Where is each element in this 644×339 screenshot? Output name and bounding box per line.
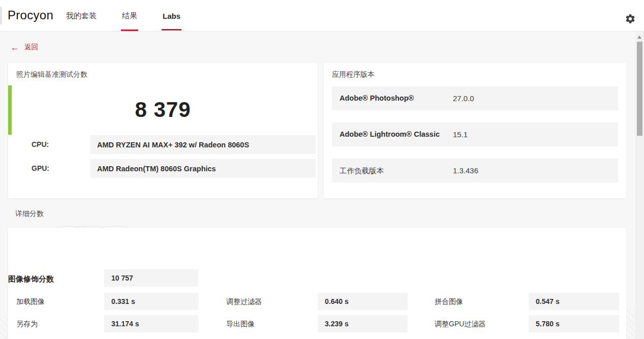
back-label: 返回 <box>24 43 38 52</box>
workload-version: 1.3.436 <box>453 166 478 175</box>
versions-card-title: 应用程序版本 <box>332 70 375 79</box>
scrollbar-up-icon[interactable] <box>637 36 641 39</box>
back-arrow-icon: ← <box>10 43 19 52</box>
metric-value: 0.331 s <box>104 293 198 310</box>
scrollbar-thumb[interactable] <box>637 42 642 136</box>
cpu-value: AMD RYZEN AI MAX+ 392 w/ Radeon 8060S <box>90 135 316 154</box>
workload-label: 工作负载版本 <box>340 166 384 176</box>
metric-value: 31.174 s <box>104 315 198 332</box>
benchmark-score: 8 379 <box>8 98 318 122</box>
detailed-scores-card: 图像修饰分数 10 757 加载图像 0.331 s 调整过滤器 0.640 s… <box>8 228 626 339</box>
metric-value: 0.640 s <box>318 293 408 310</box>
tab-results[interactable]: 结果 <box>121 1 138 31</box>
app-header: Procyon 我的套装 结果 Labs <box>0 0 644 32</box>
retouch-score-value: 10 757 <box>104 269 198 287</box>
details-section-title: 详细分数 <box>15 209 44 219</box>
gpu-label: GPU: <box>32 164 49 172</box>
benchmark-score-card: 照片编辑基准测试分数 8 379 CPU: AMD RYZEN AI MAX+ … <box>8 63 318 198</box>
metric-label: 另存为 <box>16 320 38 329</box>
metric-label: 导出图像 <box>226 320 255 329</box>
photoshop-label: Adobe® Photoshop® <box>340 94 414 102</box>
photoshop-version: 27.0.0 <box>453 94 474 103</box>
metric-label: 调整过滤器 <box>226 297 262 306</box>
main-nav: 我的套装 结果 Labs <box>65 0 181 32</box>
score-card-title: 照片编辑基准测试分数 <box>16 70 87 79</box>
metric-value: 3.239 s <box>318 315 408 332</box>
metric-value: 5.780 s <box>529 315 619 332</box>
back-button[interactable]: ← 返回 <box>10 43 38 52</box>
retouch-score-label: 图像修饰分数 <box>8 274 54 284</box>
results-page: ← 返回 照片编辑基准测试分数 8 379 CPU: AMD RYZEN AI … <box>0 32 635 339</box>
metric-value: 0.547 s <box>529 293 619 310</box>
metric-label: 拼合图像 <box>435 297 463 306</box>
cpu-label: CPU: <box>32 140 49 148</box>
version-row-photoshop: Adobe® Photoshop® 27.0.0 <box>332 86 618 110</box>
metric-label: 调整GPU过滤器 <box>435 320 485 329</box>
header-accent-bar <box>0 7 2 24</box>
gpu-value: AMD Radeon(TM) 8060S Graphics <box>90 159 316 178</box>
version-row-workload: 工作负载版本 1.3.436 <box>332 159 618 182</box>
tab-labs[interactable]: Labs <box>162 2 181 30</box>
app-versions-card: 应用程序版本 Adobe® Photoshop® 27.0.0 Adobe® L… <box>324 63 626 198</box>
lightroom-label: Adobe® Lightroom® Classic <box>340 130 440 138</box>
vertical-scrollbar[interactable] <box>635 32 644 339</box>
app-logo: Procyon <box>8 8 53 22</box>
settings-gear-icon[interactable] <box>625 13 636 24</box>
version-row-lightroom: Adobe® Lightroom® Classic 15.1 <box>332 122 618 146</box>
lightroom-version: 15.1 <box>453 130 468 139</box>
tab-my-suites[interactable]: 我的套装 <box>65 1 98 31</box>
metric-label: 加载图像 <box>16 297 45 306</box>
